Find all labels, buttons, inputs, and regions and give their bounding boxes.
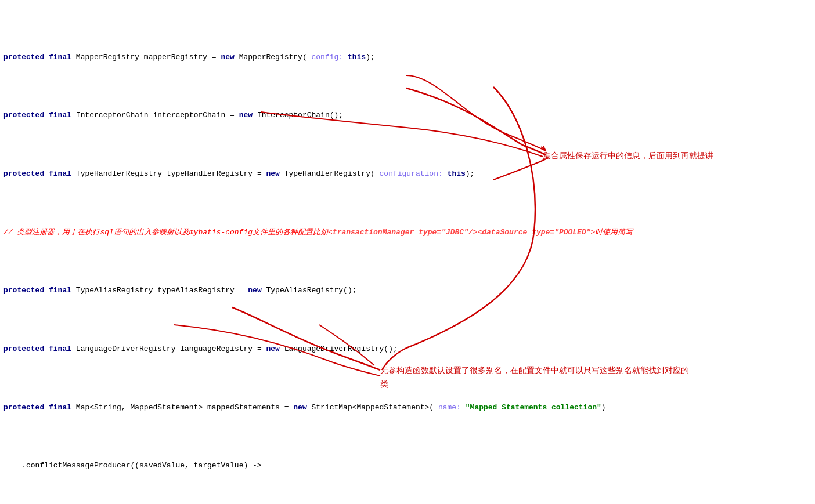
annotation-arrows [0, 0, 815, 504]
code-container: protected final MapperRegistry mapperReg… [0, 0, 815, 504]
code-line-comment: // 类型注册器，用于在执行sql语句的出入参映射以及mybatis-confi… [2, 227, 815, 238]
code-line-7: protected final Map<String, MappedStatem… [2, 402, 815, 414]
annotation-no-arg-constructor: 无参构造函数默认设置了很多别名，在配置文件中就可以只写这些别名就能找到对应的 [380, 364, 689, 377]
annotation-no-arg-constructor-2: 类 [380, 378, 388, 391]
code-line-6: protected final LanguageDriverRegistry l… [2, 343, 815, 355]
code-line-5: protected final TypeAliasRegistry typeAl… [2, 285, 815, 296]
annotation-collections: 集合属性保存运行中的信息，后面用到再就提讲 [543, 150, 713, 162]
code-line-8: .conflictMessageProducer((savedValue, ta… [2, 460, 815, 472]
code-line-3: protected final TypeHandlerRegistry type… [2, 168, 815, 180]
code-line-1: protected final MapperRegistry mapperReg… [2, 52, 815, 63]
code-line-2: protected final InterceptorChain interce… [2, 110, 815, 121]
